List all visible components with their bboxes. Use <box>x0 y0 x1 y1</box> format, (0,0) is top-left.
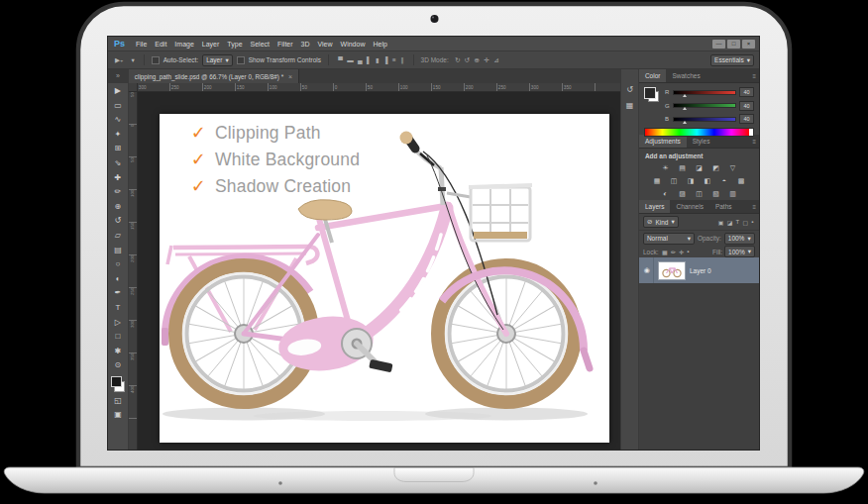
layer-name[interactable]: Layer 0 <box>690 267 711 274</box>
tool-preset-caret-icon[interactable]: ▾ <box>129 56 136 64</box>
layer-row[interactable]: ◉ Layer 0 <box>639 257 759 283</box>
tab-paths[interactable]: Paths <box>709 200 738 213</box>
document-tab[interactable]: clipping_path_slide.psd @ 66.7% (Layer 0… <box>129 69 299 83</box>
screen-mode-icon[interactable]: ▣ <box>108 408 128 423</box>
dodge-tool-icon[interactable]: ◐ <box>108 272 128 287</box>
align-bottom-edges-icon[interactable]: ▄ <box>356 56 365 64</box>
red-value[interactable]: 40 <box>739 87 754 97</box>
channel-mixer-adjustment-icon[interactable]: ◓ <box>717 176 730 186</box>
color-spectrum-ramp[interactable] <box>644 128 754 137</box>
menu-item[interactable]: Window <box>337 41 370 48</box>
spot-healing-brush-tool-icon[interactable]: ✚ <box>108 171 128 186</box>
menu-item[interactable]: Type <box>223 41 246 48</box>
levels-adjustment-icon[interactable]: ▤ <box>676 163 689 173</box>
color-lookup-adjustment-icon[interactable]: ▩ <box>734 176 747 186</box>
tab-channels[interactable]: Channels <box>670 200 708 213</box>
show-transform-checkbox[interactable] <box>237 56 245 64</box>
distribute-top-edges-icon[interactable]: ≡ <box>390 56 398 64</box>
workspace-switcher[interactable]: Essentials ▾ <box>710 54 754 66</box>
menu-item[interactable]: Layer <box>198 41 224 48</box>
menu-item[interactable]: Help <box>369 41 390 48</box>
opacity-dropdown[interactable]: 100% ▾ <box>724 233 755 245</box>
black-white-adjustment-icon[interactable]: ◨ <box>684 176 697 186</box>
selective-color-adjustment-icon[interactable]: ▥ <box>726 189 739 199</box>
lock-transparent-pixels-icon[interactable]: ▦ <box>660 249 669 255</box>
layer-filter-kind-dropdown[interactable]: ⊘ Kind ▾ <box>643 216 679 228</box>
gradient-map-adjustment-icon[interactable]: ▧ <box>709 189 722 199</box>
brush-tool-icon[interactable]: ✏ <box>108 185 128 200</box>
close-tab-icon[interactable]: × <box>288 73 292 80</box>
quick-mask-icon[interactable]: ◱ <box>108 394 128 409</box>
exposure-adjustment-icon[interactable]: ◩ <box>709 163 722 173</box>
menu-item[interactable]: Filter <box>273 41 297 48</box>
align-top-edges-icon[interactable]: ▀ <box>336 56 345 64</box>
restore-button[interactable]: □ <box>727 40 740 49</box>
3d-slide-icon[interactable]: ✛ <box>482 56 491 64</box>
lock-position-icon[interactable]: ✛ <box>678 249 686 255</box>
auto-select-target-dropdown[interactable]: Layer ▾ <box>202 54 233 66</box>
tab-swatches[interactable]: Swatches <box>666 69 705 82</box>
move-tool-icon[interactable]: ▶ <box>108 84 128 99</box>
zoom-tool-icon[interactable]: ⊙ <box>108 358 128 373</box>
tab-layers[interactable]: Layers <box>639 200 671 213</box>
fill-dropdown[interactable]: 100% ▾ <box>724 246 755 257</box>
pen-tool-icon[interactable]: ✒ <box>108 286 128 301</box>
3d-rotate-icon[interactable]: ↻ <box>453 56 463 64</box>
filter-adjustment-layers-icon[interactable]: ◪ <box>725 219 734 226</box>
threshold-adjustment-icon[interactable]: ◫ <box>693 189 705 199</box>
filter-smart-objects-icon[interactable]: ▪ <box>750 219 755 226</box>
foreground-color-swatch[interactable] <box>644 87 656 99</box>
menu-item[interactable]: File <box>132 41 151 48</box>
rectangle-tool-icon[interactable]: □ <box>108 330 128 345</box>
lasso-tool-icon[interactable]: ∿ <box>108 113 128 128</box>
align-horizontal-centers-icon[interactable]: ▮ <box>374 56 381 64</box>
vibrance-adjustment-icon[interactable]: ▽ <box>726 163 739 173</box>
color-balance-adjustment-icon[interactable]: ◫ <box>667 176 680 186</box>
curves-adjustment-icon[interactable]: ◪ <box>693 163 705 173</box>
panel-menu-icon[interactable]: ≡ <box>749 200 759 213</box>
toolbar-collapse-icon[interactable]: » <box>108 69 128 83</box>
align-right-edges-icon[interactable]: ▐ <box>381 56 390 64</box>
invert-adjustment-icon[interactable]: ◐ <box>659 189 672 199</box>
menu-item[interactable]: View <box>314 41 337 48</box>
menu-item[interactable]: Select <box>247 41 273 48</box>
posterize-adjustment-icon[interactable]: ▨ <box>676 189 689 199</box>
panel-menu-icon[interactable]: ≡ <box>749 69 759 82</box>
tab-color[interactable]: Color <box>639 69 667 82</box>
blue-slider[interactable] <box>673 117 736 122</box>
blue-value[interactable]: 40 <box>739 114 754 124</box>
filter-shape-layers-icon[interactable]: ▢ <box>741 219 750 226</box>
green-value[interactable]: 40 <box>739 101 754 111</box>
hand-tool-icon[interactable]: ✱ <box>108 345 128 359</box>
3d-drag-icon[interactable]: ⊕ <box>472 56 482 64</box>
layer-visibility-eye-icon[interactable]: ◉ <box>641 257 654 283</box>
layer-thumbnail[interactable] <box>658 261 686 280</box>
auto-select-checkbox[interactable] <box>152 56 160 64</box>
align-left-edges-icon[interactable]: ▌ <box>365 56 374 64</box>
eyedropper-tool-icon[interactable]: ⇘ <box>108 156 128 171</box>
path-selection-tool-icon[interactable]: ▷ <box>108 316 128 331</box>
lock-all-icon[interactable]: ▪ <box>686 249 691 255</box>
lock-image-pixels-icon[interactable]: ✏ <box>669 249 677 255</box>
brightness-contrast-adjustment-icon[interactable]: ☀ <box>659 163 672 173</box>
foreground-color-swatch[interactable] <box>111 376 122 387</box>
minimize-button[interactable]: — <box>712 40 725 49</box>
blend-mode-dropdown[interactable]: Normal ▾ <box>643 233 695 245</box>
eraser-tool-icon[interactable]: ▱ <box>108 229 128 244</box>
red-slider[interactable] <box>673 90 736 95</box>
align-vertical-centers-icon[interactable]: ▬ <box>345 56 356 64</box>
history-panel-icon[interactable]: ↺ <box>626 85 633 94</box>
crop-tool-icon[interactable]: ⊞ <box>108 142 128 156</box>
distribute-vertical-centers-icon[interactable]: ∥ <box>398 56 406 64</box>
filter-type-layers-icon[interactable]: T <box>734 219 741 226</box>
menu-item[interactable]: 3D <box>297 41 314 48</box>
menu-item[interactable]: Image <box>170 41 197 48</box>
3d-roll-icon[interactable]: ↺ <box>463 56 473 64</box>
quick-selection-tool-icon[interactable]: ✦ <box>108 128 128 143</box>
close-button[interactable]: × <box>742 40 755 49</box>
clone-stamp-tool-icon[interactable]: ⊕ <box>108 200 128 215</box>
filter-pixel-layers-icon[interactable]: ▣ <box>716 219 725 226</box>
green-slider[interactable] <box>673 103 736 108</box>
3d-scale-icon[interactable]: ⊿ <box>491 56 501 64</box>
gradient-tool-icon[interactable]: ▤ <box>108 244 128 258</box>
